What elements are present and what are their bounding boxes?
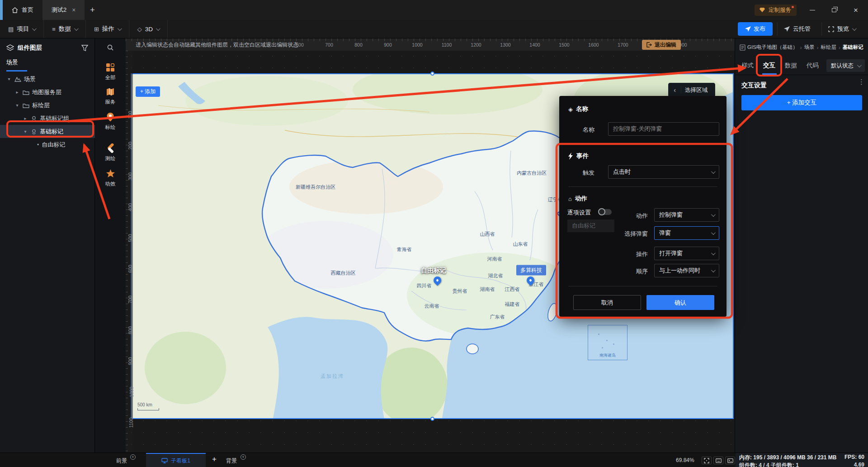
background-tab[interactable]: 背景 bbox=[226, 457, 237, 465]
order-select[interactable]: 与上一动作同时 bbox=[654, 264, 719, 277]
title-bar: 首页 测试2 × + 定制服务 × bbox=[0, 0, 868, 20]
tree-item-label: 场景 bbox=[24, 75, 36, 83]
menu-item[interactable]: ◇ 3D bbox=[129, 20, 168, 38]
south-china-sea-inset: 南海诸岛 bbox=[588, 325, 627, 360]
name-section-header: ◈ 名称 bbox=[568, 105, 588, 113]
console-button[interactable] bbox=[725, 457, 735, 464]
breadcrumb-separator: › bbox=[800, 45, 802, 50]
tab-interaction[interactable]: 交互 bbox=[763, 62, 775, 70]
kebab-menu-icon[interactable]: ⋮ bbox=[858, 81, 863, 83]
resize-handle-bottom[interactable] bbox=[430, 417, 434, 421]
company-marker-chip[interactable]: 多算科技 bbox=[516, 265, 546, 276]
tree-item-map-service-layer[interactable]: ▸ 地图服务层 bbox=[0, 86, 95, 99]
restore-button[interactable] bbox=[828, 4, 840, 16]
add-background-icon[interactable]: + bbox=[241, 454, 246, 460]
ruler-number: 1100 bbox=[442, 42, 452, 48]
ruler-number: 900 bbox=[127, 357, 133, 365]
publish-button[interactable]: 发布 bbox=[738, 22, 773, 36]
fit-screen-button[interactable] bbox=[702, 457, 712, 464]
add-board-button[interactable]: + bbox=[209, 455, 220, 464]
scene-icon bbox=[14, 76, 21, 82]
chevron-left-icon[interactable]: ‹ bbox=[669, 86, 681, 94]
tree-item-scene[interactable]: ▾ 场景 bbox=[0, 72, 95, 86]
cloud-host-label: 云托管 bbox=[793, 25, 811, 33]
per-item-toggle[interactable] bbox=[599, 209, 612, 215]
tab-close-icon[interactable]: × bbox=[72, 6, 75, 14]
rail-item-measure[interactable]: 测绘 bbox=[105, 143, 116, 162]
tree-item-free-marker[interactable]: • 自由标记 bbox=[0, 138, 95, 151]
ruler-number: 1400 bbox=[529, 42, 540, 48]
foreground-tab[interactable]: 前景 bbox=[116, 457, 127, 465]
rail-item-plot[interactable]: 标绘 bbox=[105, 112, 116, 131]
interaction-dialog: ◈ 名称 名称 事件 触发 点击时 ⌂ 动作 逐项设置 自由标记 动作 控制弹窗… bbox=[559, 96, 726, 317]
menu-item[interactable]: ▤ 项目 bbox=[0, 20, 44, 38]
tab-document[interactable]: 测试2 × bbox=[42, 0, 85, 20]
tab-code[interactable]: 代码 bbox=[807, 62, 819, 70]
rail-item-all[interactable]: 全部 bbox=[105, 63, 116, 81]
tab-data[interactable]: 数据 bbox=[785, 62, 797, 70]
zoom-percentage[interactable]: 69.84% bbox=[676, 457, 694, 463]
terminal-icon bbox=[727, 458, 733, 463]
chevron-down-icon bbox=[852, 26, 857, 31]
inset-label: 南海诸岛 bbox=[599, 353, 616, 358]
cloud-host-button[interactable]: 云托管 bbox=[777, 22, 817, 36]
caret-down-icon[interactable]: ▾ bbox=[14, 103, 20, 108]
resize-handle-top[interactable] bbox=[430, 71, 434, 76]
caret-right-icon[interactable]: ▸ bbox=[23, 116, 28, 121]
map-add-button[interactable]: + 添加 bbox=[136, 86, 160, 97]
custom-service-button[interactable]: 定制服务 bbox=[755, 5, 797, 16]
breadcrumb-root[interactable]: GIS电子地图（基础） bbox=[747, 44, 798, 51]
menu-item-icon: ⊞ bbox=[94, 26, 99, 33]
lightning-icon bbox=[568, 152, 573, 160]
filter-icon[interactable] bbox=[81, 45, 88, 51]
action-field-label: 动作 bbox=[636, 212, 648, 220]
search-icon[interactable] bbox=[107, 44, 114, 51]
caret-right-icon[interactable]: ▸ bbox=[14, 90, 20, 95]
preview-button[interactable]: 预览 bbox=[821, 22, 862, 36]
name-input[interactable] bbox=[608, 122, 719, 136]
component-rail: 全部 服务 标绘 测绘 动效 bbox=[95, 38, 126, 453]
tree-item-plot-layer[interactable]: ▾ 标绘层 bbox=[0, 99, 95, 112]
tree-item-basic-marker[interactable]: ▾ 基础标记 bbox=[0, 125, 95, 138]
state-dropdown[interactable]: 默认状态 bbox=[826, 59, 865, 72]
tab-home[interactable]: 首页 bbox=[3, 0, 42, 20]
caret-down-icon[interactable]: ▾ bbox=[23, 129, 28, 134]
menu-item[interactable]: ≡ 数据 bbox=[44, 20, 86, 38]
operation-select[interactable]: 打开弹窗 bbox=[654, 247, 719, 260]
extra-stat: 4.69 bbox=[854, 462, 864, 467]
menu-item[interactable]: ⊞ 操作 bbox=[86, 20, 129, 38]
cancel-button[interactable]: 取消 bbox=[573, 295, 641, 310]
popup-field-label: 选择弹窗 bbox=[624, 230, 648, 238]
breadcrumb-item[interactable]: 场景 bbox=[804, 44, 815, 51]
keyboard-shortcuts-button[interactable] bbox=[713, 457, 723, 464]
breadcrumb-item[interactable]: 标绘层 bbox=[821, 44, 837, 51]
action-select[interactable]: 控制弹窗 bbox=[654, 208, 719, 222]
tab-scene[interactable]: 场景 bbox=[6, 58, 18, 67]
memory-stat: 内存: 195 / 3893 / 4096 MB 36 / 231 MB bbox=[739, 454, 836, 462]
new-tab-button[interactable]: + bbox=[85, 0, 100, 20]
add-foreground-icon[interactable]: + bbox=[130, 454, 136, 460]
minimize-button[interactable] bbox=[807, 4, 818, 16]
province-label: 广东省 bbox=[490, 314, 505, 320]
caret-down-icon[interactable]: ▾ bbox=[6, 76, 12, 81]
rail-item-motion[interactable]: 动效 bbox=[105, 169, 116, 187]
tab-style[interactable]: 样式 bbox=[741, 62, 754, 70]
close-button[interactable]: × bbox=[850, 4, 862, 16]
ruler-number: 400 bbox=[127, 203, 133, 211]
breadcrumb-current: 基础标记 bbox=[843, 44, 863, 51]
confirm-button[interactable]: 确认 bbox=[646, 295, 714, 310]
select-region-button[interactable]: ‹ 选择区域 bbox=[668, 83, 715, 97]
add-interaction-button[interactable]: + 添加交互 bbox=[741, 95, 862, 110]
rail-item-service[interactable]: 服务 bbox=[105, 88, 116, 105]
tree-item-basic-marker-group[interactable]: ▸ 基础标记组 bbox=[0, 112, 95, 125]
sub-board-tab[interactable]: 子看板1 bbox=[146, 453, 206, 467]
trigger-select[interactable]: 点击时 bbox=[608, 165, 719, 179]
ruler-number: 200 bbox=[127, 142, 133, 150]
province-label: 西藏自治区 bbox=[331, 270, 356, 276]
popup-select[interactable]: 弹窗 bbox=[654, 226, 719, 240]
exit-edit-button[interactable]: 退出编辑 bbox=[642, 40, 681, 50]
province-label: 新疆维吾尔自治区 bbox=[296, 184, 335, 191]
layers-sidebar: 组件图层 场景 ▾ 场景 ▸ 地图服务层 ▾ 标绘层 ▸ 基础标记组 ▾ bbox=[0, 38, 95, 453]
province-label: 湖北省 bbox=[488, 272, 503, 279]
notification-dot bbox=[792, 6, 794, 8]
